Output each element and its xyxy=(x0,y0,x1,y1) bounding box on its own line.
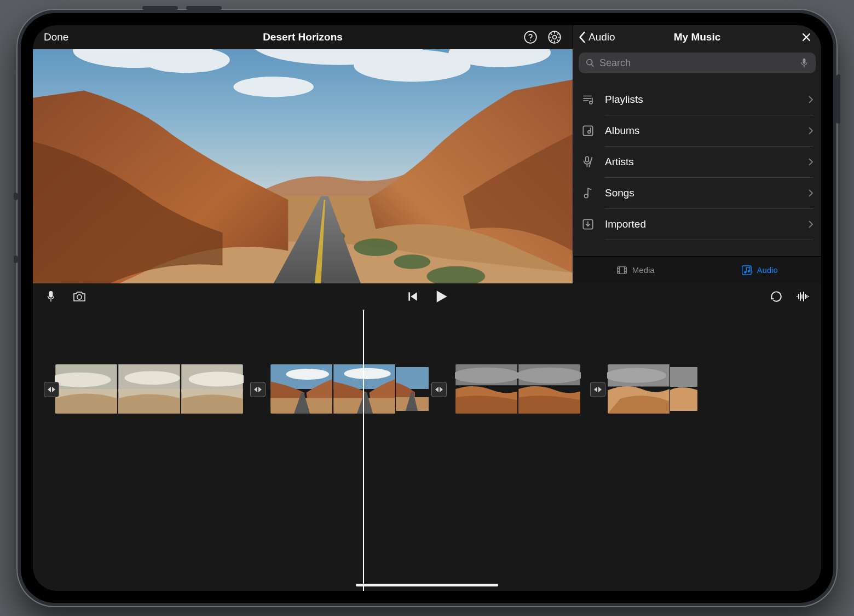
album-icon xyxy=(581,124,595,138)
transition-marker[interactable] xyxy=(44,382,59,397)
microphone-icon[interactable] xyxy=(799,58,809,68)
svg-point-0 xyxy=(524,31,536,43)
svg-point-48 xyxy=(455,368,518,383)
panel-back-label: Audio xyxy=(588,31,615,43)
svg-point-12 xyxy=(354,239,397,256)
timeline[interactable] xyxy=(33,310,821,591)
svg-point-13 xyxy=(394,254,431,269)
search-icon xyxy=(585,58,595,68)
preview-area: Done Desert Horizons xyxy=(33,25,573,283)
clip-4[interactable] xyxy=(607,364,697,414)
search-input[interactable] xyxy=(599,57,795,69)
clip-1[interactable] xyxy=(55,364,244,414)
svg-rect-16 xyxy=(803,59,806,64)
svg-point-1 xyxy=(530,40,531,41)
panel-header: Audio My Music xyxy=(573,25,821,49)
preview-toolbar: Done Desert Horizons xyxy=(33,25,573,49)
svg-point-3 xyxy=(553,36,557,39)
play-icon[interactable] xyxy=(434,289,448,304)
done-button[interactable]: Done xyxy=(44,31,68,43)
svg-rect-27 xyxy=(49,292,53,297)
music-categories-list: Playlists Albums xyxy=(573,84,821,256)
svg-rect-20 xyxy=(586,156,588,162)
song-icon xyxy=(581,186,595,200)
undo-icon[interactable] xyxy=(769,289,783,304)
audio-panel: Audio My Music xyxy=(573,25,821,283)
clip-3[interactable] xyxy=(455,364,581,414)
svg-point-21 xyxy=(585,194,588,198)
waveform-icon[interactable] xyxy=(796,289,810,304)
close-icon[interactable] xyxy=(801,32,821,42)
panel-title: My Music xyxy=(674,31,721,43)
gear-icon[interactable] xyxy=(547,30,562,44)
list-label: Imported xyxy=(605,218,646,230)
home-indicator[interactable] xyxy=(356,584,498,586)
hardware-volume-up xyxy=(142,6,178,10)
ipad-bezel: Done Desert Horizons xyxy=(21,13,833,603)
svg-point-10 xyxy=(233,77,314,97)
list-row-songs[interactable]: Songs xyxy=(573,178,821,208)
chevron-right-icon xyxy=(808,95,813,104)
svg-rect-29 xyxy=(408,292,410,300)
timeline-section xyxy=(33,283,821,591)
list-label: Artists xyxy=(605,156,634,168)
audio-icon xyxy=(741,264,753,276)
play-controls xyxy=(33,283,821,310)
tab-audio[interactable]: Audio xyxy=(697,257,822,283)
tab-audio-label: Audio xyxy=(757,265,778,275)
panel-back-button[interactable]: Audio xyxy=(573,31,615,43)
svg-rect-53 xyxy=(670,367,697,387)
chevron-right-icon xyxy=(808,126,813,135)
search-field[interactable] xyxy=(579,53,816,73)
project-title: Desert Horizons xyxy=(263,31,343,43)
list-row-imported[interactable]: Imported xyxy=(573,209,821,240)
transition-marker[interactable] xyxy=(590,382,605,397)
svg-point-40 xyxy=(286,369,329,380)
playlist-icon xyxy=(581,92,595,107)
clip-2[interactable] xyxy=(270,364,429,414)
list-label: Songs xyxy=(605,187,634,199)
panel-tabs: Media Audio xyxy=(573,256,821,283)
hardware-power xyxy=(836,74,840,124)
svg-point-50 xyxy=(518,368,581,383)
ipad-frame: Done Desert Horizons xyxy=(16,9,838,607)
list-label: Albums xyxy=(605,125,639,137)
transition-marker[interactable] xyxy=(431,382,447,397)
tab-media-label: Media xyxy=(632,265,655,275)
chevron-right-icon xyxy=(808,158,813,166)
screen: Done Desert Horizons xyxy=(33,25,821,591)
playhead[interactable] xyxy=(363,310,364,591)
video-preview[interactable] xyxy=(33,49,573,283)
svg-rect-23 xyxy=(618,266,627,274)
help-icon[interactable] xyxy=(523,30,538,44)
transition-marker[interactable] xyxy=(250,382,266,397)
chevron-right-icon xyxy=(808,220,813,229)
list-row-playlists[interactable]: Playlists xyxy=(573,84,821,115)
list-label: Playlists xyxy=(605,94,643,106)
chevron-right-icon xyxy=(808,189,813,197)
svg-point-43 xyxy=(344,368,391,379)
artist-icon xyxy=(581,155,595,169)
upper-section: Done Desert Horizons xyxy=(33,25,821,283)
imported-icon xyxy=(581,217,595,231)
hardware-smart-connector xyxy=(14,255,18,263)
camera-icon[interactable] xyxy=(72,289,86,304)
list-row-albums[interactable]: Albums xyxy=(573,115,821,146)
hardware-volume-down xyxy=(186,6,222,10)
svg-point-28 xyxy=(77,295,82,299)
svg-point-35 xyxy=(125,371,180,385)
list-row-artists[interactable]: Artists xyxy=(573,147,821,177)
microphone-icon[interactable] xyxy=(44,289,58,304)
previous-icon[interactable] xyxy=(406,289,420,304)
hardware-smart-connector xyxy=(14,193,18,200)
tab-media[interactable]: Media xyxy=(573,257,697,283)
svg-point-52 xyxy=(607,368,666,383)
film-icon xyxy=(616,264,628,276)
